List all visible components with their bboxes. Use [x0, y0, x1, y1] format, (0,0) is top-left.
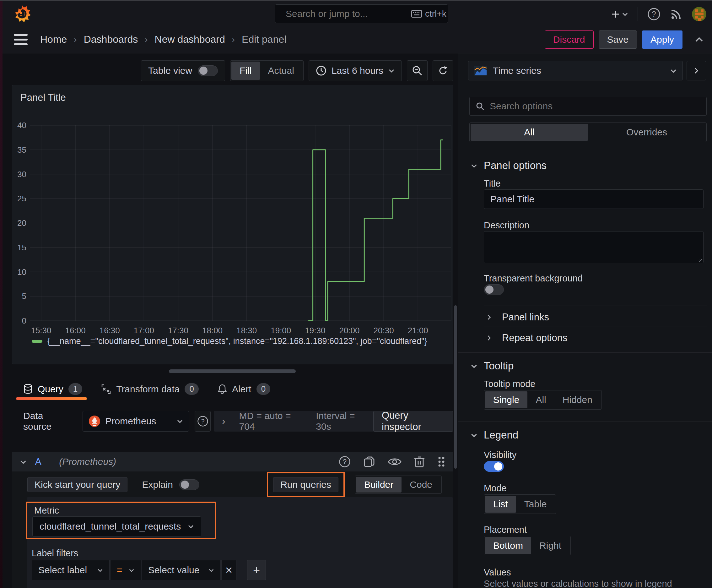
breadcrumb-dashboards[interactable]: Dashboards — [84, 34, 138, 45]
options-search-input[interactable] — [490, 101, 701, 111]
data-source-help-button[interactable]: ? — [195, 411, 211, 432]
legend-values-hint: Select values or calculations to show in… — [484, 579, 672, 588]
chevron-up-icon — [694, 37, 704, 43]
legend-mode-list[interactable]: List — [485, 496, 516, 512]
metric-select[interactable]: cloudflared_tunnel_total_requests — [33, 517, 201, 537]
label-filter-row: Select label = Select value ✕ — [32, 560, 236, 580]
refresh-button[interactable] — [433, 60, 453, 81]
transparent-background-toggle[interactable] — [484, 284, 504, 295]
top-nav-bar: ctrl+k ? — [2, 1, 712, 26]
legend-mode-table[interactable]: Table — [516, 496, 555, 512]
drag-handle-icon[interactable] — [437, 456, 446, 468]
y-tick-label: 30 — [17, 170, 26, 179]
tab-query[interactable]: Query 1 — [23, 378, 82, 400]
section-panel-links[interactable]: Panel links — [487, 312, 549, 323]
transform-icon — [101, 384, 111, 394]
legend-placement-right[interactable]: Right — [531, 537, 569, 554]
chevron-down-icon — [622, 12, 628, 16]
legend-series-label[interactable]: {__name__="cloudflared_tunnel_total_requ… — [47, 336, 427, 346]
eye-icon[interactable] — [388, 457, 402, 467]
help-circle-icon: ? — [197, 416, 209, 427]
help-circle-icon: ? — [647, 7, 661, 21]
help-button[interactable]: ? — [647, 7, 661, 21]
menu-toggle-button[interactable] — [14, 34, 28, 45]
operator-dropdown[interactable]: = — [110, 560, 141, 580]
apply-button[interactable]: Apply — [642, 30, 683, 49]
time-series-chart[interactable]: 051015202530354015:3016:0016:3017:0017:3… — [12, 85, 454, 365]
user-avatar[interactable] — [692, 7, 706, 21]
tooltip-mode-hidden[interactable]: Hidden — [555, 391, 601, 408]
chevron-right-icon: › — [145, 35, 148, 45]
search-icon — [475, 102, 485, 111]
tooltip-mode-label: Tooltip mode — [484, 379, 535, 389]
tooltip-mode-all[interactable]: All — [527, 391, 554, 408]
tooltip-mode-single[interactable]: Single — [485, 391, 527, 408]
options-search[interactable] — [469, 97, 707, 115]
legend-values-label: Values — [484, 567, 511, 578]
zoom-out-button[interactable] — [407, 60, 428, 81]
discard-button[interactable]: Discard — [545, 30, 594, 49]
code-option[interactable]: Code — [402, 477, 440, 492]
kick-start-query-button[interactable]: Kick start your query — [27, 477, 127, 492]
global-search-input[interactable] — [286, 8, 407, 19]
explain-toggle[interactable] — [179, 479, 199, 490]
trash-icon[interactable] — [414, 456, 425, 468]
section-panel-options[interactable]: Panel options — [471, 160, 546, 171]
duplicate-icon[interactable] — [363, 456, 375, 468]
plus-icon — [610, 9, 620, 19]
legend-visibility-toggle[interactable] — [484, 461, 504, 472]
resize-grip-icon[interactable] — [697, 257, 702, 261]
remove-filter-button[interactable]: ✕ — [221, 560, 236, 580]
actual-option[interactable]: Actual — [260, 62, 302, 80]
tab-overrides[interactable]: Overrides — [588, 124, 706, 141]
query-row-header[interactable]: A (Prometheus) ? — [12, 452, 453, 471]
section-tooltip[interactable]: Tooltip — [471, 360, 514, 372]
toggle-options-pane-button[interactable] — [687, 61, 706, 80]
fill-option[interactable]: Fill — [231, 62, 260, 80]
panel-resize-handle[interactable] — [169, 370, 296, 373]
collapse-header-button[interactable] — [694, 37, 704, 43]
save-button[interactable]: Save — [599, 30, 637, 49]
grafana-logo-icon[interactable] — [12, 4, 32, 24]
tab-query-label: Query — [38, 384, 63, 395]
new-dropdown-button[interactable] — [610, 9, 628, 19]
table-view-toggle[interactable] — [198, 65, 218, 76]
operator-value: = — [117, 565, 123, 575]
run-queries-button[interactable]: Run queries — [273, 477, 339, 492]
panel-description-textarea[interactable] — [484, 231, 704, 263]
data-source-picker[interactable]: Prometheus — [83, 411, 189, 432]
select-label-dropdown[interactable]: Select label — [32, 560, 110, 580]
global-search[interactable]: ctrl+k — [275, 4, 448, 23]
keyboard-icon — [411, 10, 422, 18]
time-range-picker[interactable]: Last 6 hours — [308, 60, 402, 81]
query-inspector-button[interactable]: Query inspector — [373, 411, 453, 432]
time-series-panel[interactable]: Panel Title 051015202530354015:3016:0016… — [12, 85, 453, 364]
section-legend[interactable]: Legend — [471, 429, 518, 441]
panel-actions: Discard Save Apply — [545, 30, 704, 49]
x-tick-label: 19:30 — [305, 326, 325, 335]
table-view-control[interactable]: Table view — [141, 60, 225, 81]
section-repeat-options[interactable]: Repeat options — [487, 332, 567, 344]
tab-transform-data[interactable]: Transform data 0 — [101, 378, 199, 400]
x-tick-label: 16:30 — [100, 326, 120, 335]
chevron-down-icon[interactable] — [20, 460, 27, 464]
news-button[interactable] — [670, 8, 683, 20]
y-tick-label: 15 — [17, 243, 26, 252]
tab-alert[interactable]: Alert 0 — [218, 378, 270, 400]
shortcut-label: ctrl+k — [425, 9, 447, 19]
legend-placement-bottom[interactable]: Bottom — [485, 537, 531, 554]
help-circle-icon[interactable]: ? — [339, 456, 351, 468]
chart-legend[interactable]: {__name__="cloudflared_tunnel_total_requ… — [32, 336, 427, 346]
add-filter-button[interactable]: + — [247, 560, 266, 580]
tab-all[interactable]: All — [471, 124, 588, 141]
breadcrumb-new-dashboard[interactable]: New dashboard — [155, 34, 225, 45]
explain-label: Explain — [142, 479, 173, 490]
breadcrumb-home[interactable]: Home — [40, 34, 67, 45]
time-range-label: Last 6 hours — [331, 65, 383, 76]
builder-option[interactable]: Builder — [356, 477, 402, 492]
visualization-picker[interactable]: Time series — [468, 61, 683, 80]
panel-title-input[interactable] — [484, 189, 704, 209]
legend-mode-group: List Table — [484, 495, 556, 514]
query-options-summary[interactable]: › MD = auto = 704 Interval = 30s — [214, 411, 375, 432]
select-value-dropdown[interactable]: Select value — [142, 560, 221, 580]
